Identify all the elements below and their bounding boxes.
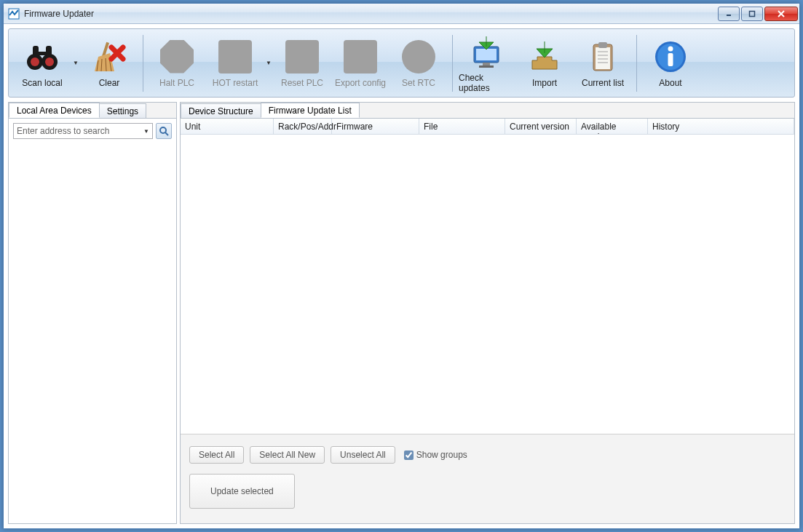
current-list-label: Current list [582, 78, 624, 88]
tab-label: Local Area Devices [17, 106, 92, 116]
app-icon [8, 8, 20, 20]
tb-group-plc: Halt PLC HOT restart ▼ Reset PLC Export … [148, 33, 448, 94]
export-config-button[interactable]: Export config [331, 33, 389, 94]
svg-rect-11 [38, 52, 47, 55]
minimize-icon [725, 10, 732, 17]
set-rtc-label: Set RTC [402, 78, 435, 88]
reset-plc-label: Reset PLC [281, 78, 323, 88]
chevron-down-icon: ▼ [143, 128, 149, 135]
binoculars-icon [24, 39, 60, 75]
bottom-controls: Select All Select All New Unselect All S… [181, 434, 794, 523]
left-body: Enter address to search ▼ [9, 119, 176, 523]
maximize-icon [748, 10, 756, 17]
show-groups-checkbox[interactable]: Show groups [404, 450, 467, 460]
set-rtc-button[interactable]: Set RTC [389, 33, 448, 94]
search-button[interactable] [156, 123, 172, 139]
show-groups-label: Show groups [416, 450, 467, 460]
import-button[interactable]: Import [515, 33, 574, 94]
about-button[interactable]: About [641, 33, 700, 94]
main-area: Local Area Devices Settings Enter addres… [8, 102, 795, 524]
clock-icon [400, 39, 437, 75]
search-placeholder: Enter address to search [17, 126, 143, 136]
check-updates-label: Check updates [459, 73, 514, 93]
monitor-download-icon [468, 33, 505, 70]
unselect-all-button[interactable]: Unselect All [331, 446, 395, 464]
export-config-label: Export config [335, 78, 386, 88]
svg-line-35 [165, 132, 168, 135]
svg-point-7 [31, 57, 39, 66]
scan-local-button[interactable]: Scan local [13, 33, 71, 94]
right-panel: Device Structure Firmware Update List Un… [180, 102, 795, 524]
current-list-button[interactable]: Current list [574, 33, 632, 94]
tb-group-about: About [641, 33, 700, 94]
clear-button[interactable]: Clear [80, 33, 138, 94]
info-icon [652, 39, 689, 75]
scan-local-dropdown[interactable]: ▼ [71, 33, 80, 94]
tb-group-scan: Scan local ▼ [13, 33, 138, 94]
col-history[interactable]: History [648, 119, 794, 134]
search-row: Enter address to search ▼ [13, 123, 172, 139]
maximize-button[interactable] [741, 7, 763, 21]
hot-restart-button[interactable]: HOT restart [206, 33, 264, 94]
tab-settings[interactable]: Settings [99, 103, 146, 118]
col-available-version[interactable]: Available version [577, 119, 648, 134]
svg-rect-33 [668, 53, 673, 66]
col-rack[interactable]: Rack/Pos/Addr [274, 119, 332, 134]
svg-rect-24 [596, 47, 610, 69]
tb-group-updates: Check updates Import [457, 33, 632, 94]
select-all-button[interactable]: Select All [189, 446, 244, 464]
select-all-new-button[interactable]: Select All New [250, 446, 325, 464]
col-current-version[interactable]: Current version [505, 119, 577, 134]
reset-icon [284, 39, 320, 75]
clipboard-icon [585, 39, 621, 75]
tab-local-area-devices[interactable]: Local Area Devices [9, 103, 100, 118]
toolbar-separator [452, 35, 453, 92]
about-label: About [659, 78, 681, 88]
close-icon [777, 9, 786, 18]
svg-rect-10 [46, 46, 52, 57]
broom-x-icon [91, 39, 127, 75]
show-groups-input[interactable] [404, 450, 414, 460]
grid-header: Unit Rack/Pos/Addr Firmware File Current… [181, 119, 794, 135]
address-search-input[interactable]: Enter address to search ▼ [13, 123, 153, 139]
reset-plc-button[interactable]: Reset PLC [273, 33, 331, 94]
titlebar[interactable]: Firmware Updater [4, 4, 799, 24]
halt-plc-label: Halt PLC [159, 78, 194, 88]
svg-point-32 [668, 46, 673, 51]
import-icon [526, 39, 563, 75]
hot-restart-dropdown[interactable]: ▼ [264, 33, 273, 94]
minimize-button[interactable] [718, 7, 740, 21]
svg-rect-25 [598, 42, 607, 48]
col-firmware[interactable]: Firmware [332, 119, 419, 134]
svg-rect-2 [750, 11, 755, 16]
toolbar-separator [636, 35, 637, 92]
tab-label: Firmware Update List [269, 106, 352, 116]
svg-point-8 [45, 57, 54, 66]
check-updates-button[interactable]: Check updates [457, 33, 515, 94]
right-tabs: Device Structure Firmware Update List [181, 103, 794, 119]
hot-restart-label: HOT restart [213, 78, 258, 88]
tab-device-structure[interactable]: Device Structure [181, 103, 261, 118]
col-file[interactable]: File [419, 119, 505, 134]
svg-rect-20 [476, 49, 497, 60]
left-tabs: Local Area Devices Settings [9, 103, 176, 119]
col-unit[interactable]: Unit [181, 119, 274, 134]
window-title: Firmware Updater [24, 9, 718, 19]
app-window: Firmware Updater [3, 3, 800, 529]
svg-point-34 [160, 127, 166, 133]
window-controls [718, 7, 798, 21]
hot-restart-icon [217, 39, 253, 75]
grid-area: Unit Rack/Pos/Addr Firmware File Current… [181, 119, 794, 523]
tab-firmware-update-list[interactable]: Firmware Update List [261, 103, 360, 118]
svg-rect-22 [479, 65, 494, 68]
svg-rect-21 [483, 63, 490, 65]
import-label: Import [532, 78, 557, 88]
tab-label: Device Structure [189, 106, 253, 116]
halt-plc-button[interactable]: Halt PLC [148, 33, 206, 94]
halt-icon [159, 39, 195, 75]
update-selected-button[interactable]: Update selected [189, 474, 295, 509]
left-panel: Local Area Devices Settings Enter addres… [8, 102, 177, 524]
grid-body[interactable] [181, 135, 794, 434]
svg-rect-9 [33, 46, 39, 57]
close-button[interactable] [764, 7, 798, 21]
